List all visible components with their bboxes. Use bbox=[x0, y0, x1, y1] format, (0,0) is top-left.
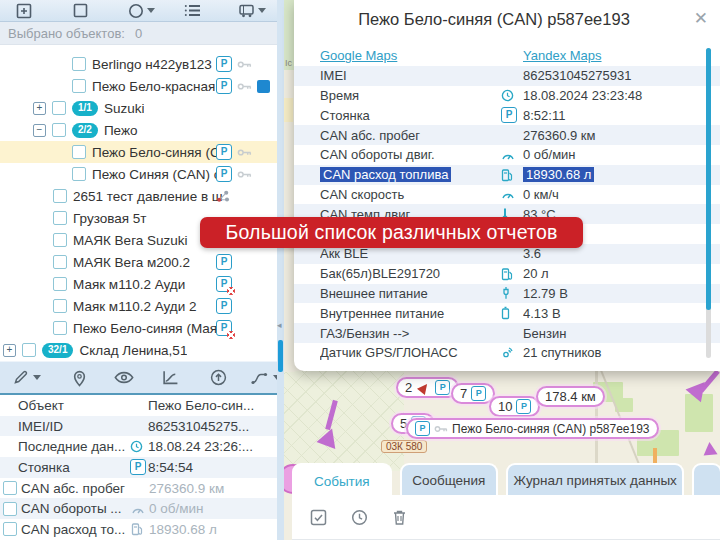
parking-icon[interactable]: P bbox=[216, 56, 232, 72]
detail-value: 18930.68 л bbox=[149, 522, 277, 537]
tree-group-row[interactable]: − 2/2 Пежо bbox=[0, 119, 277, 141]
locate-button[interactable] bbox=[72, 369, 87, 387]
select-all-checkbox-icon[interactable] bbox=[310, 509, 327, 526]
key-icon[interactable] bbox=[237, 82, 252, 91]
tab-messages[interactable]: Сообщения bbox=[400, 463, 499, 495]
map-bubble-distance[interactable]: 178.4 км bbox=[536, 386, 605, 407]
tab-next-stub[interactable] bbox=[692, 463, 720, 495]
scrollbar-thumb[interactable] bbox=[278, 340, 283, 372]
charts-button[interactable] bbox=[162, 370, 179, 385]
tree-row[interactable]: Маяк м110.2 Ауди P bbox=[0, 273, 277, 295]
checkbox[interactable] bbox=[72, 57, 86, 71]
parking-icon[interactable]: P bbox=[216, 166, 232, 182]
expand-icon[interactable]: + bbox=[3, 344, 16, 357]
panel-divider[interactable]: ◂ bbox=[277, 0, 284, 540]
tab-events[interactable]: События bbox=[292, 463, 392, 497]
checkbox[interactable] bbox=[53, 189, 67, 203]
fuel-icon bbox=[131, 522, 143, 536]
checkbox[interactable] bbox=[53, 233, 67, 247]
tree-row[interactable]: 2651 тест давление в ш bbox=[0, 185, 277, 207]
google-maps-link[interactable]: Google Maps bbox=[320, 48, 397, 63]
parking-icon[interactable]: P bbox=[216, 254, 232, 270]
checkbox[interactable] bbox=[52, 101, 66, 115]
parking-icon[interactable]: P bbox=[216, 298, 232, 314]
checkbox[interactable] bbox=[22, 343, 36, 357]
tree-row[interactable]: Пежо Бело-красная P bbox=[0, 75, 277, 97]
map-bubble-cluster[interactable]: 2 P bbox=[396, 377, 459, 398]
popup-row: Внешнее питание 12.79 В bbox=[294, 284, 720, 304]
collapse-icon[interactable]: − bbox=[33, 124, 46, 137]
vehicle-filter-button[interactable] bbox=[238, 3, 266, 18]
edit-button[interactable] bbox=[12, 369, 41, 386]
time-filter-icon[interactable] bbox=[351, 509, 368, 526]
param-value: Бензин bbox=[523, 326, 720, 341]
checkbox[interactable] bbox=[3, 502, 17, 516]
object-label: МАЯК Вега м200.2 bbox=[73, 255, 190, 270]
yandex-maps-link[interactable]: Yandex Maps bbox=[523, 48, 602, 63]
add-object-button[interactable] bbox=[16, 3, 32, 19]
tree-row[interactable]: Berlingo н422ув123 P bbox=[0, 53, 277, 75]
checkbox[interactable] bbox=[3, 481, 17, 495]
object-label: Пежо Бело-синяя (Мая bbox=[73, 321, 217, 336]
object-label: Маяк м110.2 Ауди bbox=[73, 277, 185, 292]
tab-data-log[interactable]: Журнал принятых данных bbox=[506, 463, 684, 495]
expand-icon[interactable]: + bbox=[33, 102, 46, 115]
checkbox[interactable] bbox=[53, 321, 67, 335]
tree-row[interactable]: Маяк м110.2 Ауди 2 P bbox=[0, 295, 277, 317]
map-bubble-vehicle[interactable]: P Пежо Бело-синяя (CAN) p587ee193 bbox=[406, 418, 659, 439]
vehicle-bubble-label: Пежо Бело-синяя (CAN) p587ee193 bbox=[452, 422, 650, 436]
tree-row[interactable]: Пежо Бело-синяя (Мая P bbox=[0, 317, 277, 339]
tree-row-selected[interactable]: Пежо Бело-синяя (С P bbox=[0, 141, 277, 163]
checkbox[interactable] bbox=[72, 79, 86, 93]
close-icon[interactable]: ✕ bbox=[694, 8, 708, 29]
parking-disabled-icon[interactable]: P bbox=[216, 276, 232, 292]
checkbox[interactable] bbox=[53, 277, 67, 291]
parking-disabled-icon[interactable]: P bbox=[216, 320, 232, 336]
checkbox[interactable] bbox=[53, 299, 67, 313]
trash-icon[interactable] bbox=[392, 509, 407, 526]
group-label: Suzuki bbox=[104, 101, 145, 116]
checkbox[interactable] bbox=[53, 255, 67, 269]
watermark-text: Avito bbox=[631, 498, 712, 536]
checkbox[interactable] bbox=[72, 145, 86, 159]
collapse-panel-arrow[interactable]: ◂ bbox=[277, 320, 282, 330]
detail-row: Объект Пежо Бело-син... bbox=[0, 395, 277, 416]
status-square-icon bbox=[257, 80, 270, 93]
detail-label: CAN расход то... bbox=[21, 522, 131, 537]
visibility-button[interactable] bbox=[114, 371, 134, 384]
parking-icon: P bbox=[130, 459, 146, 475]
param-label: ГАЗ/Бензин --> bbox=[320, 326, 501, 341]
map-bubble-cluster[interactable]: 10 P bbox=[489, 396, 540, 417]
checkbox[interactable] bbox=[72, 167, 86, 181]
checkbox[interactable] bbox=[3, 522, 17, 536]
bubble-count: 7 bbox=[460, 386, 467, 401]
annotation-banner: Большой список различных отчетов bbox=[200, 217, 583, 248]
key-icon[interactable] bbox=[237, 148, 252, 157]
tree-group-row[interactable]: + 1/1 Suzuki bbox=[0, 97, 277, 119]
checkbox[interactable] bbox=[53, 211, 67, 225]
detail-value: Пежо Бело-син... bbox=[148, 398, 277, 413]
key-icon[interactable] bbox=[237, 60, 252, 69]
tab-label: Журнал принятых данных bbox=[514, 473, 677, 488]
vehicle-info-popup: Пежо Бело-синяя (CAN) p587ee193 ✕ Google… bbox=[294, 0, 720, 371]
list-view-button[interactable] bbox=[184, 3, 202, 18]
gauge-icon bbox=[501, 149, 515, 161]
select-area-button[interactable] bbox=[73, 3, 88, 18]
popup-scrollbar[interactable] bbox=[706, 48, 711, 358]
popup-row: Бак(65л)BLE291720 20 л bbox=[294, 264, 720, 284]
tree-group-row[interactable]: + 32/1 Склад Ленина,51 bbox=[0, 339, 277, 361]
parking-icon[interactable]: P bbox=[216, 144, 232, 160]
param-value: 20 л bbox=[523, 266, 720, 281]
param-value: 18930.68 л bbox=[523, 167, 594, 182]
checkbox[interactable] bbox=[52, 123, 66, 137]
tree-row[interactable]: Пежо Синяя (CAN) с P bbox=[0, 163, 277, 185]
export-button[interactable] bbox=[210, 369, 227, 386]
objects-toolbar bbox=[0, 0, 277, 22]
scrollbar-thumb[interactable] bbox=[706, 48, 711, 310]
parking-icon[interactable]: P bbox=[216, 78, 232, 94]
tree-row[interactable]: МАЯК Вега м200.2 P bbox=[0, 251, 277, 273]
gauge-icon bbox=[131, 503, 145, 515]
key-icon[interactable] bbox=[237, 170, 252, 179]
map-bubble-cluster[interactable]: 7 P bbox=[451, 383, 495, 404]
select-circle-button[interactable] bbox=[128, 3, 155, 19]
